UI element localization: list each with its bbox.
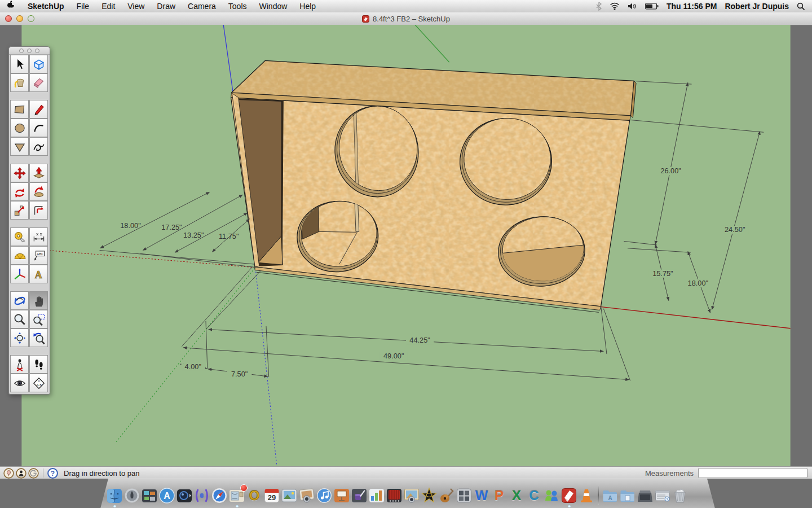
- dock-excel[interactable]: X: [508, 486, 525, 505]
- dock-itunes[interactable]: [316, 486, 333, 505]
- dock-minimized-window[interactable]: [654, 486, 671, 505]
- menu-tools[interactable]: Tools: [222, 0, 253, 12]
- menu-camera[interactable]: Camera: [182, 0, 222, 12]
- tool-section-plane[interactable]: CA-5: [29, 374, 48, 392]
- dock-keynote[interactable]: [333, 486, 350, 505]
- tool-pan[interactable]: [29, 291, 48, 310]
- credit-icon[interactable]: [16, 468, 27, 479]
- tool-rotate[interactable]: [10, 182, 29, 201]
- dock-idvd[interactable]: [421, 486, 438, 505]
- tool-follow-me[interactable]: [29, 182, 48, 201]
- tool-make-component[interactable]: [29, 55, 48, 73]
- tool-line[interactable]: [29, 100, 48, 119]
- tool-look-around[interactable]: [10, 374, 29, 392]
- tool-dimension[interactable]: [29, 227, 48, 246]
- battery-icon[interactable]: [645, 3, 659, 10]
- tool-freehand[interactable]: [29, 137, 48, 156]
- dock-messenger[interactable]: [543, 486, 560, 505]
- tool-walk[interactable]: [29, 355, 48, 374]
- dock-documents-folder[interactable]: [619, 486, 636, 505]
- speaker-box-model[interactable]: [231, 60, 636, 312]
- dock-calendar[interactable]: 29: [263, 486, 280, 505]
- tool-position-camera[interactable]: [10, 355, 29, 374]
- zoom-button[interactable]: [28, 15, 34, 22]
- dock-utility-app[interactable]: [456, 486, 473, 505]
- tool-offset[interactable]: [29, 201, 48, 220]
- wifi-icon[interactable]: [610, 2, 620, 10]
- dock-word[interactable]: W: [473, 486, 490, 505]
- menu-clock[interactable]: Thu 11:56 PM: [667, 2, 717, 11]
- menu-edit[interactable]: Edit: [95, 0, 121, 12]
- modeling-canvas[interactable]: 18.00" 17.25" 13.25" 11.75" 26.00" 24.50…: [0, 25, 812, 466]
- minimize-button[interactable]: [16, 15, 23, 22]
- dock-pages[interactable]: [351, 486, 368, 505]
- menu-draw[interactable]: Draw: [151, 0, 182, 12]
- dock-finder[interactable]: [106, 486, 123, 505]
- tool-select[interactable]: [10, 55, 29, 73]
- palette-dot[interactable]: [35, 49, 39, 53]
- measurements-input[interactable]: [698, 468, 807, 478]
- dock-downloads-stack[interactable]: [637, 486, 654, 505]
- dock-iphoto[interactable]: [403, 486, 420, 505]
- menu-window[interactable]: Window: [253, 0, 294, 12]
- geolocation-icon[interactable]: [3, 468, 14, 479]
- tool-push-pull[interactable]: [29, 164, 48, 182]
- spotlight-search-icon[interactable]: [797, 2, 805, 11]
- dock-garageband[interactable]: [438, 486, 455, 505]
- dock-trash[interactable]: [672, 486, 689, 505]
- palette-dot[interactable]: [19, 49, 24, 53]
- tool-paint-bucket[interactable]: [10, 73, 29, 92]
- iphoto-icon: [403, 487, 420, 504]
- dock-imovie[interactable]: [386, 486, 403, 505]
- tool-3d-text[interactable]: A: [29, 265, 48, 283]
- dock-media-app[interactable]: [193, 486, 210, 505]
- dock-c-app[interactable]: C: [526, 486, 542, 505]
- palette-dot[interactable]: [27, 49, 32, 53]
- menu-file[interactable]: File: [70, 0, 96, 12]
- tool-tape-measure[interactable]: [10, 227, 29, 246]
- tool-polygon[interactable]: [10, 137, 29, 156]
- dock-safari[interactable]: [211, 486, 228, 505]
- menu-user[interactable]: Robert Jr Dupuis: [725, 2, 789, 11]
- tool-zoom-window[interactable]: [29, 310, 48, 329]
- tool-axes[interactable]: [10, 265, 29, 283]
- tool-zoom-extents[interactable]: [10, 329, 29, 347]
- dock-powerpoint[interactable]: P: [491, 486, 508, 505]
- tool-scale[interactable]: [10, 201, 29, 220]
- menu-view[interactable]: View: [121, 0, 151, 12]
- bluetooth-icon[interactable]: [596, 2, 602, 11]
- dock-opera[interactable]: O: [246, 486, 263, 505]
- tool-text[interactable]: ABC: [29, 246, 48, 265]
- tool-arc[interactable]: [29, 119, 48, 137]
- signin-icon[interactable]: [28, 468, 39, 479]
- tool-zoom[interactable]: [10, 310, 29, 329]
- tool-palette: ABC A CA-5: [8, 46, 50, 395]
- help-icon[interactable]: ?: [47, 468, 58, 479]
- menu-help[interactable]: Help: [293, 0, 322, 12]
- apple-menu[interactable]: [0, 0, 21, 12]
- volume-icon[interactable]: [628, 2, 637, 10]
- menu-sketchup[interactable]: SketchUp: [21, 0, 70, 12]
- close-button[interactable]: [5, 15, 12, 22]
- dock-sketchup[interactable]: [561, 486, 577, 505]
- tool-move[interactable]: [10, 164, 29, 182]
- dock-mail[interactable]: [228, 486, 245, 505]
- tool-protractor[interactable]: [10, 246, 29, 265]
- tool-zoom-previous[interactable]: [29, 329, 48, 347]
- dock-app-store[interactable]: A: [158, 486, 175, 505]
- tool-rectangle[interactable]: [10, 100, 29, 119]
- dock-numbers[interactable]: [368, 486, 385, 505]
- palette-title-bar[interactable]: [9, 47, 50, 55]
- dock-applications-folder[interactable]: A: [602, 486, 619, 505]
- tool-circle[interactable]: [10, 119, 29, 137]
- dock-photos[interactable]: [281, 486, 298, 505]
- tool-orbit[interactable]: [10, 291, 29, 310]
- dock-launchpad[interactable]: [123, 486, 140, 505]
- dock-camera-app[interactable]: [176, 486, 193, 505]
- tool-eraser[interactable]: [29, 73, 48, 92]
- dock-mission-control[interactable]: [141, 486, 158, 505]
- dock-photo-booth[interactable]: [298, 486, 315, 505]
- mission-control-icon: [141, 487, 158, 504]
- dock-vlc[interactable]: [578, 486, 595, 505]
- window-title-bar[interactable]: 8.4ft^3 FB2 – SketchUp: [0, 12, 812, 25]
